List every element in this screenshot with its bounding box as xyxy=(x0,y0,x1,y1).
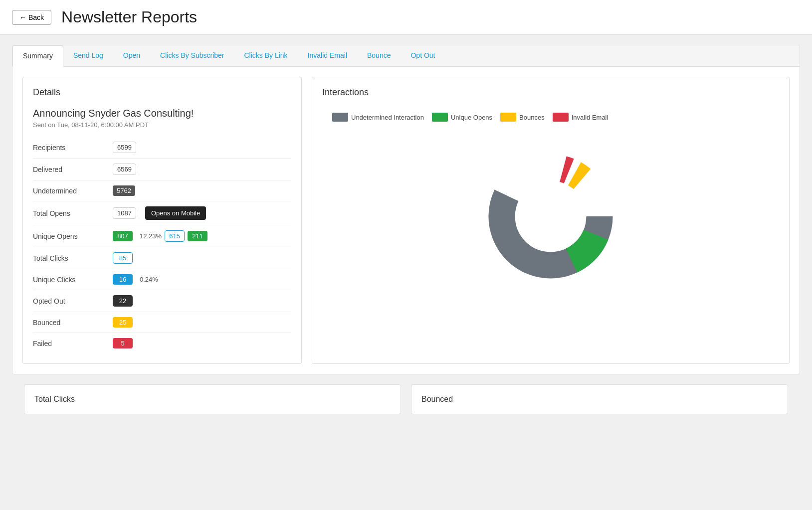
page-title: Newsletter Reports xyxy=(61,8,197,26)
legend-label-unique-opens: Unique Opens xyxy=(451,114,492,121)
value-badge: 22 xyxy=(113,295,133,307)
row-label: Delivered xyxy=(33,159,113,180)
row-label: Total Clicks xyxy=(33,247,113,269)
row-value: 6569 xyxy=(113,159,291,180)
table-row: Undetermined 5762 xyxy=(33,180,291,201)
desktop-badge: 211 xyxy=(188,231,207,241)
tabs-body: Details Announcing Snyder Gas Consulting… xyxy=(12,67,800,374)
table-row: Total Opens 1087 Opens on Mobile xyxy=(33,201,291,225)
legend-color-invalid xyxy=(553,113,569,122)
donut-chart xyxy=(481,147,620,286)
value-badge: 85 xyxy=(113,252,133,264)
row-label: Unique Clicks xyxy=(33,269,113,290)
tab-open[interactable]: Open xyxy=(113,45,150,66)
value-badge: 6569 xyxy=(113,164,136,175)
row-value: 22 xyxy=(113,290,291,312)
legend-item-undetermined: Undetermined Interaction xyxy=(332,113,424,122)
row-label: Opted Out xyxy=(33,290,113,312)
row-label: Failed xyxy=(33,333,113,354)
total-clicks-title: Total Clicks xyxy=(34,395,391,404)
legend-color-undetermined xyxy=(332,113,348,122)
value-badge: 6599 xyxy=(113,142,136,153)
table-row: Failed 5 xyxy=(33,333,291,354)
table-row: Bounced 25 xyxy=(33,312,291,333)
table-row: Unique Opens 807 12.23% 615 211 xyxy=(33,225,291,247)
legend-item-bounces: Bounces xyxy=(500,113,545,122)
percent-text: 12.23% xyxy=(140,232,162,240)
main-content: Summary Send Log Open Clicks By Subscrib… xyxy=(0,35,812,424)
table-row: Total Clicks 85 xyxy=(33,247,291,269)
tab-send-log[interactable]: Send Log xyxy=(63,45,113,66)
tab-invalid-email[interactable]: Invalid Email xyxy=(298,45,357,66)
value-badge: 25 xyxy=(113,317,133,328)
mobile-badge: 615 xyxy=(165,230,185,242)
table-row: Unique Clicks 16 0.24% xyxy=(33,269,291,290)
row-value: 16 0.24% xyxy=(113,269,291,290)
page-header: ← Back Newsletter Reports xyxy=(0,0,812,35)
row-label: Bounced xyxy=(33,312,113,333)
row-value: 25 xyxy=(113,312,291,333)
row-value: 1087 Opens on Mobile xyxy=(113,201,291,225)
tab-bounce[interactable]: Bounce xyxy=(357,45,401,66)
donut-chart-container xyxy=(322,137,779,296)
newsletter-subtitle: Sent on Tue, 08-11-20, 6:00:00 AM PDT xyxy=(33,121,291,129)
opens-tooltip: Opens on Mobile xyxy=(145,206,206,220)
table-row: Opted Out 22 xyxy=(33,290,291,312)
row-label: Undetermined xyxy=(33,180,113,201)
details-panel: Details Announcing Snyder Gas Consulting… xyxy=(22,77,302,364)
row-value: 85 xyxy=(113,247,291,269)
row-value: 807 12.23% 615 211 xyxy=(113,225,291,247)
row-value: 5 xyxy=(113,333,291,354)
value-badge: 1087 xyxy=(113,207,136,219)
newsletter-title: Announcing Snyder Gas Consulting! xyxy=(33,108,291,119)
bounced-card: Bounced xyxy=(411,384,788,414)
tab-opt-out[interactable]: Opt Out xyxy=(401,45,445,66)
details-table: Recipients 6599 Delivered 6569 xyxy=(33,137,291,353)
interactions-title: Interactions xyxy=(322,87,779,98)
value-badge: 16 xyxy=(113,274,133,285)
table-row: Delivered 6569 xyxy=(33,159,291,180)
interactions-panel: Interactions Undetermined Interaction Un… xyxy=(312,77,790,364)
row-value: 5762 xyxy=(113,180,291,201)
details-title: Details xyxy=(33,87,291,98)
row-label: Recipients xyxy=(33,137,113,159)
percent-text: 0.24% xyxy=(140,276,158,283)
legend-item-invalid: Invalid Email xyxy=(553,113,609,122)
legend-color-unique-opens xyxy=(432,113,448,122)
row-label: Total Opens xyxy=(33,201,113,225)
bottom-section: Total Clicks Bounced xyxy=(12,374,800,414)
donut-center xyxy=(516,181,586,251)
value-badge: 5762 xyxy=(113,185,135,196)
row-label: Unique Opens xyxy=(33,225,113,247)
total-clicks-card: Total Clicks xyxy=(24,384,401,414)
value-badge: 5 xyxy=(113,338,133,348)
bounced-title: Bounced xyxy=(421,395,778,404)
legend-label-invalid: Invalid Email xyxy=(572,114,609,121)
back-button[interactable]: ← Back xyxy=(12,10,51,25)
legend-color-bounces xyxy=(500,113,516,122)
value-badge: 807 xyxy=(113,231,133,241)
interactions-legend: Undetermined Interaction Unique Opens Bo… xyxy=(322,108,779,127)
legend-label-bounces: Bounces xyxy=(519,114,545,121)
row-value: 6599 xyxy=(113,137,291,159)
legend-label-undetermined: Undetermined Interaction xyxy=(351,114,424,121)
table-row: Recipients 6599 xyxy=(33,137,291,159)
legend-item-unique-opens: Unique Opens xyxy=(432,113,492,122)
tab-summary[interactable]: Summary xyxy=(12,45,63,67)
tab-clicks-by-link[interactable]: Clicks By Link xyxy=(234,45,297,66)
tabs-nav: Summary Send Log Open Clicks By Subscrib… xyxy=(12,45,800,67)
tabs-container: Summary Send Log Open Clicks By Subscrib… xyxy=(12,45,800,374)
tab-clicks-by-subscriber[interactable]: Clicks By Subscriber xyxy=(150,45,234,66)
